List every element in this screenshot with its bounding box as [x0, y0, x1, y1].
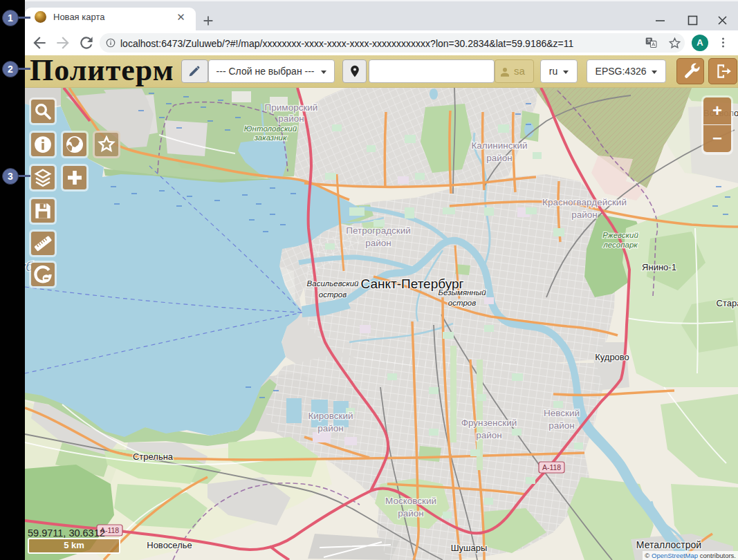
svg-text:Кудрово: Кудрово — [595, 352, 629, 362]
svg-text:Металлострой: Металлострой — [636, 539, 701, 550]
svg-text:Васильевский: Васильевский — [307, 279, 359, 288]
svg-text:Невский: Невский — [544, 408, 580, 418]
svg-text:заказник: заказник — [254, 133, 287, 142]
svg-text:Юнтоловский: Юнтоловский — [244, 124, 297, 133]
svg-text:Безымянный: Безымянный — [438, 288, 486, 297]
svg-text:Стара: Стара — [717, 298, 738, 308]
svg-text:район: район — [571, 209, 598, 220]
svg-text:А-118: А-118 — [542, 463, 561, 472]
svg-text:Стрельна: Стрельна — [133, 451, 174, 462]
svg-text:Ржевский: Ржевский — [602, 231, 638, 239]
svg-text:Кировский: Кировский — [308, 411, 353, 421]
svg-text:Янино-1: Янино-1 — [642, 262, 676, 272]
svg-text:Калининский: Калининский — [472, 140, 528, 151]
svg-text:Шушары: Шушары — [451, 543, 488, 553]
svg-text:район: район — [365, 238, 391, 248]
svg-text:остров: остров — [448, 299, 476, 307]
svg-text:район: район — [398, 508, 424, 519]
svg-text:Красногвардейский: Красногвардейский — [542, 197, 627, 207]
svg-text:район: район — [278, 113, 304, 124]
svg-text:остров: остров — [319, 290, 347, 299]
svg-text:Петроградский: Петроградский — [346, 225, 411, 236]
svg-text:район: район — [317, 423, 344, 433]
svg-text:Московский: Московский — [385, 496, 436, 506]
svg-text:лесопарк: лесопарк — [602, 241, 638, 249]
svg-text:Приморский: Приморский — [265, 102, 318, 113]
svg-text:Новоселье: Новоселье — [147, 540, 192, 550]
svg-text:район: район — [548, 420, 575, 431]
svg-text:район: район — [476, 430, 502, 440]
svg-text:Фрунзенский: Фрунзенский — [461, 418, 517, 428]
svg-text:район: район — [486, 153, 513, 163]
